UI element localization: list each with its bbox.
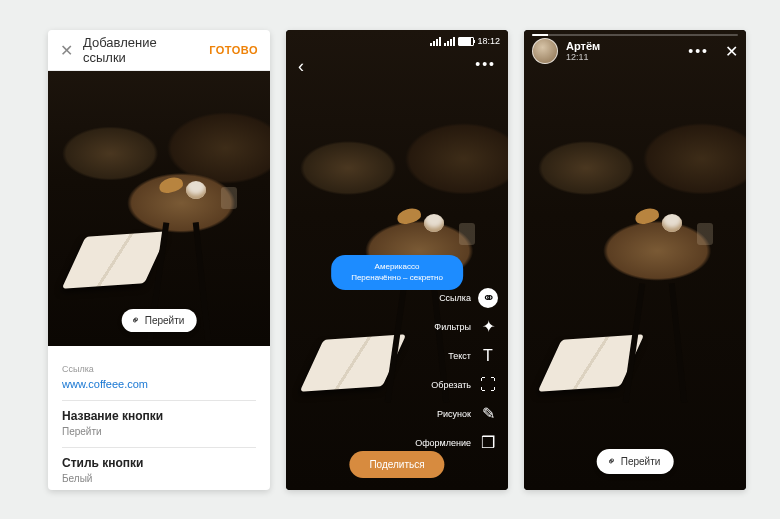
brush-icon: ✎ [478,404,498,424]
sparkle-icon: ✦ [478,317,498,337]
status-time: 18:12 [477,36,500,46]
button-name-field[interactable]: Название кнопки Перейти [62,401,256,448]
button-name-value: Перейти [62,426,256,437]
signal-icon [430,37,441,46]
add-link-screen: ✕ Добавление ссылки готово ⚭ Перейти Ссы… [48,30,270,490]
text-icon: T [478,346,498,366]
close-icon[interactable]: ✕ [725,42,738,61]
button-name-title: Название кнопки [62,409,256,423]
close-icon[interactable]: ✕ [60,41,73,60]
done-button[interactable]: готово [209,44,258,56]
link-icon: ⚭ [478,288,498,308]
link-icon: ⚭ [604,454,620,470]
story-time: 12:11 [566,52,600,62]
tool-label: Рисунок [437,409,471,419]
chip-line1: Америкаccо [351,262,443,272]
tool-text[interactable]: ТекстT [415,346,498,366]
tool-label: Ссылка [439,293,471,303]
button-style-value: Белый [62,473,256,484]
crop-icon: ⛶ [478,375,498,395]
form: Ссылка www.coffeee.com Название кнопки П… [48,346,270,490]
tool-label: Обрезать [431,380,471,390]
button-style-title: Стиль кнопки [62,456,256,470]
avatar[interactable] [532,38,558,64]
story-progress [532,34,738,36]
status-bar: 18:12 [286,30,508,52]
more-icon[interactable]: ••• [475,56,496,77]
tool-link[interactable]: Ссылка⚭ [415,288,498,308]
story-cta-button[interactable]: ⚭ Перейти [597,449,674,474]
more-icon[interactable]: ••• [688,43,709,59]
signal-icon [444,37,455,46]
tool-brush[interactable]: Рисунок✎ [415,404,498,424]
user-block: Артём 12:11 [566,41,600,62]
back-icon[interactable]: ‹ [298,56,304,77]
tool-sparkle[interactable]: Фильтры✦ [415,317,498,337]
link-icon: ⚭ [128,313,144,329]
link-field[interactable]: Ссылка www.coffeee.com [62,356,256,401]
tool-label: Фильтры [434,322,471,332]
tool-label: Текст [448,351,471,361]
user-name: Артём [566,41,600,52]
tool-list: Ссылка⚭Фильтры✦ТекстTОбрезать⛶Рисунок✎Оф… [415,288,498,453]
story-view-screen: Артём 12:11 ••• ✕ ⚭ Перейти [524,30,746,490]
link-value: www.coffeee.com [62,378,256,390]
link-label: Ссылка [62,364,256,374]
header-title: Добавление ссылки [83,35,199,65]
preview-cta-label: Перейти [145,315,185,326]
layout-icon: ❒ [478,433,498,453]
button-style-field[interactable]: Стиль кнопки Белый [62,448,256,490]
chip-line2: Переначённо – секретно [351,273,443,283]
battery-icon [458,37,474,46]
header: ✕ Добавление ссылки готово [48,30,270,71]
preview-image: ⚭ Перейти [48,71,270,346]
story-cta-label: Перейти [621,456,661,467]
story-header: Артём 12:11 ••• ✕ [532,38,738,64]
tool-label: Оформление [415,438,471,448]
tool-layout[interactable]: Оформление❒ [415,433,498,453]
preview-cta-button[interactable]: ⚭ Перейти [122,309,197,332]
tool-crop[interactable]: Обрезать⛶ [415,375,498,395]
link-preview-chip[interactable]: Америкаccо Переначённо – секретно [331,255,463,290]
publish-button[interactable]: Поделиться [349,451,444,478]
story-editor-screen: 18:12 ‹ ••• Америкаccо Переначённо – сек… [286,30,508,490]
editor-nav: ‹ ••• [286,50,508,83]
